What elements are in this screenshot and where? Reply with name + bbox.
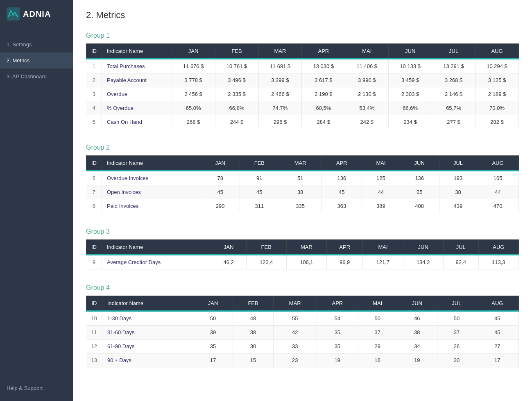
- table-row: 4% Overdue65,0%66,8%74,7%60,5%53,4%66,6%…: [86, 101, 519, 115]
- row-value: 3 299 $: [258, 73, 302, 87]
- col-header-apr: APR: [321, 156, 362, 171]
- row-value: 439: [439, 199, 477, 213]
- sidebar-item-help-support[interactable]: Help & Support: [7, 382, 66, 394]
- row-value: 2 146 $: [432, 87, 475, 101]
- row-value: 363: [321, 199, 362, 213]
- table-group4: IDIndicator NameJANFEBMARAPRMAIJUNJULAUG…: [86, 296, 519, 367]
- row-value: 136: [400, 171, 439, 185]
- row-value: 34: [397, 339, 437, 353]
- row-value: 65,7%: [432, 101, 475, 115]
- row-value: 2 335 $: [215, 87, 258, 101]
- group-title-group1: Group 1: [86, 32, 519, 39]
- col-header-mar: MAR: [258, 44, 302, 59]
- row-name: Total Purchases: [102, 59, 172, 73]
- row-value: 91: [240, 171, 279, 185]
- col-header-mai: MAI: [363, 240, 403, 255]
- row-id: 4: [86, 101, 102, 115]
- row-value: 50: [437, 311, 476, 326]
- row-value: 50: [358, 311, 397, 326]
- col-header-jun: JUN: [400, 156, 439, 171]
- col-header-jan: JAN: [201, 156, 240, 171]
- row-id: 9: [86, 255, 102, 269]
- row-value: 2 466 $: [258, 87, 302, 101]
- logo-area: ADNIA: [0, 0, 73, 28]
- row-value: 16: [358, 353, 397, 367]
- col-header-jun: JUN: [403, 240, 443, 255]
- col-header-id: ID: [86, 296, 102, 311]
- page-title: 2. Metrics: [86, 10, 519, 21]
- group-section-group1: Group 1IDIndicator NameJANFEBMARAPRMAIJU…: [86, 32, 519, 129]
- row-value: 2 456 $: [172, 87, 215, 101]
- row-value: 70,0%: [475, 101, 519, 115]
- sidebar-item-settings[interactable]: 1. Settings: [0, 36, 73, 52]
- row-value: 15: [233, 353, 274, 367]
- row-id: 13: [86, 353, 102, 367]
- col-header-feb: FEB: [246, 240, 286, 255]
- row-value: 45: [321, 185, 362, 199]
- row-value: 44: [477, 185, 519, 199]
- col-header-indicator name: Indicator Name: [102, 240, 211, 255]
- col-header-mar: MAR: [286, 240, 326, 255]
- row-value: 11 676 $: [172, 59, 215, 73]
- row-value: 17: [476, 353, 518, 367]
- row-value: 23: [273, 353, 317, 367]
- col-header-feb: FEB: [233, 296, 274, 311]
- row-value: 45: [201, 185, 240, 199]
- row-value: 242 $: [345, 115, 389, 129]
- row-value: 30: [233, 339, 274, 353]
- row-name: Payable Account: [102, 73, 172, 87]
- row-id: 11: [86, 326, 102, 339]
- col-header-mar: MAR: [279, 156, 321, 171]
- col-header-mai: MAI: [362, 156, 400, 171]
- row-value: 33: [273, 339, 317, 353]
- row-value: 106,1: [286, 255, 326, 269]
- row-id: 6: [86, 171, 102, 185]
- col-header-mai: MAI: [345, 44, 389, 59]
- sidebar-item-metrics[interactable]: 2. Metrics: [0, 52, 73, 68]
- row-id: 12: [86, 339, 102, 353]
- table-row: 1131-60 Days3938423537383745: [86, 326, 519, 339]
- col-header-mai: MAI: [358, 296, 397, 311]
- group-section-group2: Group 2IDIndicator NameJANFEBMARAPRMAIJU…: [86, 144, 519, 213]
- col-header-id: ID: [86, 44, 102, 59]
- row-value: 136: [321, 171, 362, 185]
- row-name: Overdue: [102, 87, 172, 101]
- row-value: 66,6%: [389, 101, 432, 115]
- sidebar-bottom: Help & Support: [0, 375, 73, 401]
- row-value: 46: [397, 311, 437, 326]
- main-content: 2. Metrics Group 1IDIndicator NameJANFEB…: [73, 0, 532, 401]
- row-name: 1-30 Days: [102, 311, 193, 326]
- row-value: 19: [397, 353, 437, 367]
- row-id: 7: [86, 185, 102, 199]
- row-value: 3 778 $: [172, 73, 215, 87]
- row-value: 19: [317, 353, 358, 367]
- row-value: 37: [358, 326, 397, 339]
- table-row: 1Total Purchases11 676 $10 761 $11 691 $…: [86, 59, 519, 73]
- table-row: 5Cash On Hand268 $244 $296 $284 $242 $23…: [86, 115, 519, 129]
- group-section-group3: Group 3IDIndicator NameJANFEBMARAPRMAIJU…: [86, 228, 519, 269]
- row-value: 10 294 $: [475, 59, 519, 73]
- row-value: 282 $: [475, 115, 519, 129]
- group-title-group4: Group 4: [86, 284, 519, 292]
- row-value: 60,5%: [302, 101, 345, 115]
- row-value: 45: [476, 326, 518, 339]
- row-value: 134,2: [403, 255, 443, 269]
- row-value: 10 133 $: [389, 59, 432, 73]
- group-title-group2: Group 2: [86, 144, 519, 151]
- row-value: 284 $: [302, 115, 345, 129]
- row-value: 27: [476, 339, 518, 353]
- row-value: 3 496 $: [215, 73, 258, 87]
- row-id: 10: [86, 311, 102, 326]
- row-name: 90 + Days: [102, 353, 193, 367]
- row-value: 35: [193, 339, 233, 353]
- col-header-aug: AUG: [478, 240, 518, 255]
- col-header-jul: JUL: [443, 240, 478, 255]
- sidebar-item-ap-dashboard[interactable]: 3. AP Dashboard: [0, 68, 73, 84]
- row-value: 35: [317, 339, 358, 353]
- row-value: 268 $: [172, 115, 215, 129]
- group-title-group3: Group 3: [86, 228, 519, 235]
- row-value: 42: [273, 326, 317, 339]
- table-row: 8Paid Invoices290311335363389408439470: [86, 199, 519, 213]
- col-header-feb: FEB: [215, 44, 258, 59]
- row-value: 13 030 $: [302, 59, 345, 73]
